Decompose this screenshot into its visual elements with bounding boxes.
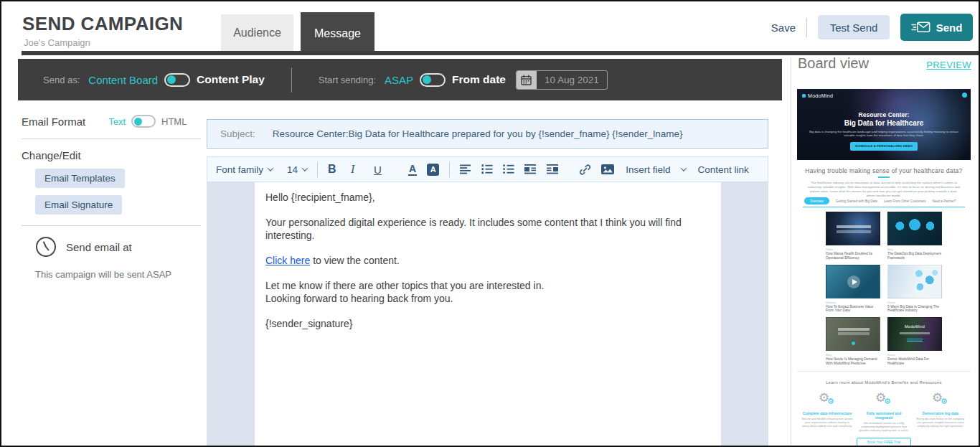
date-value: 10 Aug 2021 (537, 75, 607, 85)
email-templates-button[interactable]: Email Templates (35, 169, 125, 188)
start-sending-toggle[interactable] (420, 73, 446, 87)
start-sending-asap[interactable]: ASAP (385, 74, 413, 86)
email-format-toggle[interactable] (131, 115, 156, 128)
font-family-dropdown[interactable]: Font family (216, 164, 273, 175)
preview-cards: VideoHow Manta Health Doubled Its Operat… (797, 212, 971, 366)
chevron-down-icon (302, 165, 308, 171)
preview-tab: Overview (804, 197, 829, 204)
brand-dot-icon (802, 94, 806, 98)
divider (22, 225, 201, 226)
divider (317, 162, 318, 177)
heading-underline (878, 177, 890, 178)
send-envelope-icon (911, 22, 930, 33)
benefit-text: Get immediate results via a fully automa… (858, 421, 910, 433)
benefit-text: Every decision maker in the company can … (915, 417, 966, 428)
format-html-option[interactable]: HTML (161, 116, 187, 127)
email-format-label: Email Format (22, 116, 85, 128)
preview-tab: Need a Partner? (933, 199, 956, 203)
preview-card: VideoHow Manta Health Doubled Its Operat… (826, 212, 880, 260)
gear-icon: ⚙⚙ (858, 390, 910, 409)
insert-image-button[interactable] (601, 164, 614, 174)
benefit-column: ⚙⚙Democratize big dataEvery decision mak… (915, 390, 966, 433)
highlight-color-button[interactable]: A (427, 164, 439, 176)
card-title: Demo: ModoMind Data For Healthcare (887, 357, 942, 366)
card-title: The DataOps Big Data Deployment Framewor… (887, 252, 942, 260)
share-icon (962, 93, 967, 98)
save-button[interactable]: Save (771, 22, 796, 34)
preview-brand-logo: ModoMind (802, 93, 833, 98)
start-sending-from-date[interactable]: From date (452, 73, 506, 86)
preview-card: Demo5 Ways Big Data Is Changing The Heal… (887, 265, 942, 314)
align-button[interactable] (460, 164, 471, 174)
hero-subtitle: Big data is changing the healthcare land… (808, 130, 961, 138)
chevron-down-icon (681, 165, 687, 171)
text-color-button[interactable]: A (408, 163, 417, 176)
tab-audience[interactable]: Audience (221, 14, 293, 51)
thumb-brand-text: ModoMind (888, 318, 941, 329)
subject-value[interactable]: Resource Center:Big Data for Healthcare … (273, 128, 683, 139)
subject-bar[interactable]: Subject: Resource Center:Big Data for He… (207, 119, 768, 149)
card-title: How To Extract Business Value From Your … (826, 305, 880, 314)
card-tag: Video (826, 248, 880, 251)
card-thumbnail (887, 212, 942, 245)
card-thumbnail (826, 265, 880, 298)
content-link-button[interactable]: Content link (697, 164, 748, 175)
email-signature-button[interactable]: Email Signature (35, 195, 122, 215)
chevron-down-icon (268, 165, 273, 171)
editor-area: Hello {!recipient_fname}, Your personali… (207, 182, 768, 446)
send-as-toggle[interactable] (164, 73, 190, 87)
benefits-heading: Learn more about ModoMind's Benefits and… (797, 380, 971, 385)
card-tag: Blog (887, 248, 942, 251)
thumb-cta-line (907, 338, 923, 342)
date-picker[interactable]: 10 Aug 2021 (516, 70, 608, 90)
body-line1: Your personalized digital experience is … (265, 216, 710, 242)
format-text-option[interactable]: Text (108, 116, 126, 127)
underline-button[interactable]: U (374, 164, 390, 176)
body-line23: Let me know if there are other topics th… (265, 279, 710, 305)
indent-button[interactable] (547, 164, 559, 174)
card-tag: Demo (887, 301, 942, 304)
preview-link[interactable]: PREVIEW (926, 60, 971, 70)
preview-card: BlogHow Nestle Is Managing Demand With M… (826, 317, 880, 366)
send-as-content-board[interactable]: Content Board (88, 74, 158, 86)
tab-message[interactable]: Message (301, 12, 374, 55)
divider (449, 162, 450, 177)
hero-title-line2: Big Data for Healthcare (797, 119, 971, 127)
panel-divider (791, 57, 791, 446)
clock-icon (35, 236, 57, 258)
card-tag: Webinar (826, 301, 880, 304)
insert-link-button[interactable] (579, 164, 591, 176)
send-as-content-play[interactable]: Content Play (197, 73, 265, 86)
unordered-list-button[interactable] (503, 164, 514, 174)
test-send-button[interactable]: Test Send (818, 15, 890, 39)
campaign-name: Joe's Campaign (24, 37, 90, 48)
ordered-list-button[interactable] (481, 164, 493, 174)
preview-tab-underline (803, 207, 965, 207)
send-as-label: Send as: (43, 75, 80, 85)
divider (291, 67, 292, 93)
body-line2: Let me know if there are other topics th… (265, 280, 544, 291)
thumb-text-line (900, 332, 930, 334)
send-button[interactable]: Send (900, 14, 973, 41)
benefits-columns: ⚙⚙Complete data infrastructureSecure and… (801, 390, 966, 433)
outdent-button[interactable] (524, 164, 537, 174)
click-here-link[interactable]: Click here (265, 255, 310, 266)
preview-card: WebinarHow To Extract Business Value Fro… (826, 265, 880, 314)
insert-field-dropdown[interactable]: Insert field (626, 164, 686, 175)
font-size-dropdown[interactable]: 14 (287, 164, 307, 175)
preview-footer-button: Book Your FREE Trial (857, 438, 911, 447)
card-title: How Manta Health Doubled Its Operational… (826, 252, 880, 260)
bold-button[interactable]: B (328, 163, 344, 176)
gear-icon: ⚙⚙ (915, 390, 966, 409)
board-preview-thumbnail[interactable]: ModoMind Resource Center: Big Data for H… (797, 89, 971, 446)
preview-tab-bar: OverviewGetting Started with Big DataLea… (804, 197, 963, 204)
italic-button[interactable]: I (351, 163, 367, 176)
message-sidebar: Email Format Text HTML Change/Edit Email… (22, 115, 201, 280)
email-body-editor[interactable]: Hello {!recipient_fname}, Your personali… (255, 182, 721, 446)
divider (806, 18, 807, 37)
start-sending-label: Start sending: (319, 75, 376, 85)
subject-label: Subject: (220, 128, 255, 139)
card-thumbnail (826, 212, 880, 245)
editor-toolbar: Font family 14 B I U A A (207, 156, 768, 182)
send-email-at-label[interactable]: Send email at (66, 241, 132, 253)
